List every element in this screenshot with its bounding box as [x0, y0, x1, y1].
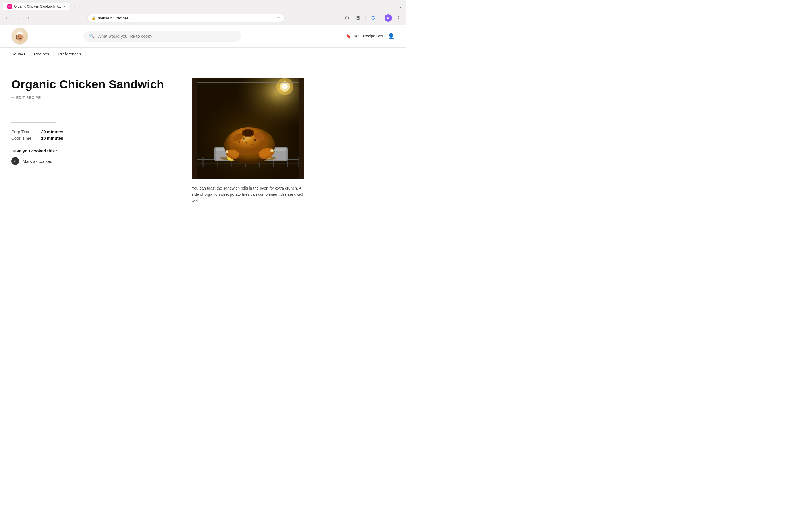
new-tab-button[interactable]: + [70, 2, 78, 10]
search-icon: 🔍 [89, 34, 95, 39]
recipe-description: You can toast the sandwich rolls in the … [192, 185, 305, 204]
site-nav: SousAI Recipes Preferences [0, 48, 406, 61]
recipe-meta: Prep Time 20 minutes Cook Time 10 minute… [11, 129, 181, 140]
url-text: sousai.io/#/recipes/68 [98, 16, 274, 20]
cook-time-label: Cook Time [11, 136, 37, 140]
site-header: 🔍 🔖 Your Recipe Box 👤 [0, 25, 406, 48]
address-bar[interactable]: 🔒 sousai.io/#/recipes/68 ☆ [87, 14, 285, 22]
recipe-right: You can toast the sandwich rolls in the … [192, 78, 305, 204]
lock-icon: 🔒 [92, 16, 96, 20]
nav-item-sousai[interactable]: SousAI [11, 48, 25, 61]
recipe-left: Organic Chicken Sandwich ✏ EDIT RECIPE P… [11, 78, 181, 204]
cooked-section: Have you cooked this? ✓ Mark as cooked [11, 149, 181, 165]
edit-recipe-button[interactable]: ✏ EDIT RECIPE [11, 96, 41, 100]
logo-area [11, 27, 28, 45]
main-content: Organic Chicken Sandwich ✏ EDIT RECIPE P… [0, 61, 406, 215]
star-icon: ☆ [277, 16, 281, 20]
svg-rect-65 [299, 78, 305, 179]
cook-time-value: 10 minutes [41, 136, 63, 140]
tab-close-button[interactable]: × [63, 4, 65, 8]
cook-time-row: Cook Time 10 minutes [11, 136, 181, 140]
logo-avatar[interactable] [11, 27, 28, 45]
chef-avatar-svg [13, 29, 27, 43]
recipe-box-button[interactable]: 🔖 Your Recipe Box [346, 34, 383, 39]
forward-button[interactable]: → [13, 14, 21, 22]
back-button[interactable]: ← [3, 14, 11, 22]
tab-favicon: 🍽 [7, 4, 12, 9]
extensions-button[interactable]: ⚙ [343, 14, 351, 22]
edit-recipe-label: EDIT RECIPE [16, 96, 41, 100]
recipe-image [192, 78, 305, 179]
reload-button[interactable]: ↺ [24, 14, 32, 22]
menu-button[interactable]: ⋮ [394, 14, 403, 22]
browser-chrome: 🍽 Organic Chicken Sandwich R... × + ⌄ ← … [0, 0, 406, 25]
recipe-image-svg [192, 78, 305, 179]
mark-as-cooked-button[interactable]: ✓ Mark as cooked [11, 157, 52, 165]
tab-bar: 🍽 Organic Chicken Sandwich R... × + ⌄ [3, 2, 403, 10]
cast-button[interactable]: 🖥 [354, 14, 362, 22]
pencil-icon: ✏ [11, 96, 15, 100]
tab-title: Organic Chicken Sandwich R... [14, 4, 61, 8]
toolbar-separator [365, 15, 366, 21]
svg-point-5 [20, 36, 21, 37]
toolbar-icons: ⚙ 🖥 G N ⋮ [343, 14, 403, 22]
user-icon[interactable]: 👤 [388, 33, 395, 40]
mark-cooked-label: Mark as cooked [22, 159, 52, 164]
recipe-box-label: Your Recipe Box [354, 34, 383, 38]
check-circle-icon: ✓ [11, 157, 19, 165]
svg-rect-64 [192, 78, 197, 179]
recipe-title: Organic Chicken Sandwich [11, 78, 181, 91]
prep-time-value: 20 minutes [41, 129, 63, 134]
tab-expand-icon[interactable]: ⌄ [399, 4, 403, 9]
nav-item-preferences[interactable]: Preferences [58, 48, 81, 61]
toolbar-separator-2 [381, 15, 381, 21]
google-button[interactable]: G [369, 14, 377, 22]
prep-time-label: Prep Time [11, 129, 37, 134]
svg-point-3 [16, 34, 23, 41]
svg-point-4 [18, 36, 19, 37]
prep-time-row: Prep Time 20 minutes [11, 129, 181, 134]
search-bar[interactable]: 🔍 [84, 31, 241, 42]
profile-button[interactable]: N [385, 14, 392, 22]
nav-item-recipes[interactable]: Recipes [34, 48, 49, 61]
search-input[interactable] [98, 34, 236, 39]
browser-toolbar: ← → ↺ 🔒 sousai.io/#/recipes/68 ☆ ⚙ 🖥 G N… [3, 12, 403, 24]
cooked-question: Have you cooked this? [11, 149, 181, 153]
header-right: 🔖 Your Recipe Box 👤 [346, 33, 395, 40]
svg-point-63 [282, 83, 288, 89]
active-tab[interactable]: 🍽 Organic Chicken Sandwich R... × [3, 3, 69, 10]
bookmark-icon: 🔖 [346, 34, 352, 39]
